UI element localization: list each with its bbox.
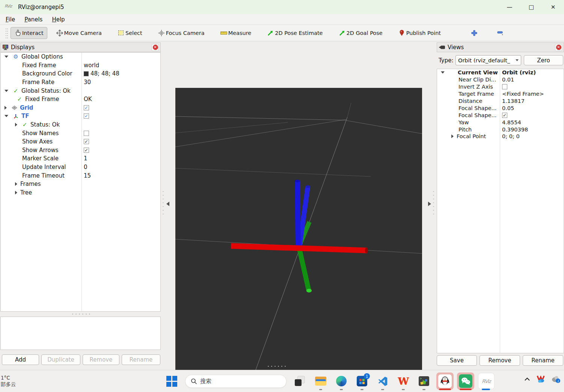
wechat-app-icon[interactable] bbox=[457, 372, 474, 390]
displays-close-button[interactable]: ✕ bbox=[152, 44, 159, 51]
collapse-left-panel-arrow[interactable] bbox=[166, 202, 169, 206]
checkbox[interactable]: ✓ bbox=[84, 113, 89, 119]
displays-row-grid[interactable]: Grid✓ bbox=[1, 104, 160, 112]
views-row-focal-shape-[interactable]: Focal Shape...✓ bbox=[437, 112, 564, 119]
property-value[interactable]: OK bbox=[84, 96, 92, 103]
remove-display-button[interactable]: Remove bbox=[83, 354, 119, 365]
file-explorer-icon[interactable] bbox=[315, 375, 327, 387]
property-value[interactable]: 1.13817 bbox=[502, 98, 525, 104]
wps-office-icon[interactable]: W bbox=[397, 375, 409, 387]
rename-display-button[interactable]: Rename bbox=[122, 354, 160, 365]
right-splitter-dots[interactable] bbox=[433, 190, 434, 216]
property-value[interactable]: 48; 48; 48 bbox=[90, 70, 119, 77]
menu-panels[interactable]: Panels bbox=[21, 15, 46, 24]
terminal-app-icon[interactable]: >_ bbox=[418, 375, 430, 387]
displays-filter-box[interactable] bbox=[0, 317, 161, 350]
displays-row-marker-scale[interactable]: Marker Scale1 bbox=[1, 154, 160, 163]
property-value[interactable]: world bbox=[84, 62, 99, 69]
tool-measure[interactable]: Measure bbox=[217, 27, 255, 39]
expand-collapse-arrow[interactable] bbox=[441, 71, 445, 74]
views-row-target-frame[interactable]: Target Frame<Fixed Frame> bbox=[437, 90, 564, 98]
rename-view-button[interactable]: Rename bbox=[523, 355, 563, 366]
tool-interact[interactable]: Interact bbox=[11, 27, 47, 39]
task-view-icon[interactable] bbox=[294, 375, 306, 387]
displays-row-tree[interactable]: Tree bbox=[1, 188, 160, 197]
displays-row-frame-timeout[interactable]: Frame Timeout15 bbox=[1, 171, 160, 180]
expand-expand-arrow[interactable] bbox=[5, 106, 7, 110]
tray-chevron-up-icon[interactable] bbox=[524, 377, 530, 381]
property-value[interactable]: Orbit (rviz) bbox=[502, 69, 536, 75]
views-row-current-view[interactable]: Current ViewOrbit (rviz) bbox=[437, 69, 564, 76]
rviz-taskbar-icon[interactable]: RViz bbox=[478, 372, 495, 390]
displays-row-status-ok[interactable]: ✓Status: Ok bbox=[1, 121, 160, 129]
expand-expand-arrow[interactable] bbox=[15, 182, 17, 186]
tool-move-camera[interactable]: Move Camera bbox=[53, 27, 106, 39]
expand-collapse-arrow[interactable] bbox=[5, 90, 8, 92]
views-row-distance[interactable]: Distance1.13817 bbox=[437, 98, 564, 105]
collapse-right-panel-arrow[interactable] bbox=[428, 202, 431, 206]
duplicate-display-button[interactable]: Duplicate bbox=[41, 354, 80, 365]
property-value[interactable]: <Fixed Frame> bbox=[502, 91, 544, 97]
wps-cloud-tray-icon[interactable] bbox=[536, 375, 545, 383]
cloud-status-tray-icon[interactable]: i bbox=[551, 375, 561, 383]
add-tool-button[interactable] bbox=[467, 27, 481, 39]
menu-file[interactable]: File bbox=[2, 15, 19, 24]
edge-browser-icon[interactable] bbox=[335, 375, 347, 387]
property-value[interactable]: 0 bbox=[84, 164, 87, 170]
maximize-button[interactable]: □ bbox=[520, 0, 542, 14]
displays-row-show-arrows[interactable]: Show Arrows✓ bbox=[1, 146, 160, 155]
displays-row-tf[interactable]: TF✓ bbox=[1, 112, 160, 121]
displays-row-frame-rate[interactable]: Frame Rate30 bbox=[1, 78, 160, 87]
render-viewport-3d[interactable] bbox=[175, 88, 422, 392]
property-value[interactable]: 0; 0; 0 bbox=[502, 133, 520, 139]
property-value[interactable]: 30 bbox=[84, 79, 91, 86]
displays-row-show-axes[interactable]: Show Axes✓ bbox=[1, 137, 160, 146]
property-value[interactable]: 0.01 bbox=[502, 77, 514, 83]
left-splitter-dots[interactable] bbox=[163, 190, 164, 216]
displays-row-global-status-ok[interactable]: ✓Global Status: Ok bbox=[1, 86, 160, 95]
tool-publish-point[interactable]: Publish Point bbox=[395, 27, 445, 39]
minimize-button[interactable]: — bbox=[499, 0, 520, 14]
vscode-icon[interactable] bbox=[377, 375, 389, 387]
close-button[interactable]: ✕ bbox=[542, 0, 564, 14]
views-row-focal-point[interactable]: Focal Point0; 0; 0 bbox=[437, 133, 564, 140]
views-row-yaw[interactable]: Yaw4.8554 bbox=[437, 119, 564, 126]
start-button[interactable] bbox=[166, 376, 178, 387]
views-close-button[interactable]: ✕ bbox=[555, 44, 562, 51]
checkbox[interactable]: ✓ bbox=[502, 113, 507, 118]
checkbox[interactable] bbox=[502, 84, 507, 89]
property-value[interactable]: 15 bbox=[84, 172, 91, 179]
checkbox[interactable]: ✓ bbox=[84, 148, 89, 153]
displays-row-global-options[interactable]: ⚙Global Options bbox=[1, 53, 160, 61]
remove-tool-button[interactable] bbox=[493, 27, 508, 39]
displays-panel-header[interactable]: Displays ✕ bbox=[0, 42, 161, 52]
views-row-near-clip-di-[interactable]: Near Clip Di...0.01 bbox=[437, 76, 564, 83]
tool-2d-goal-pose[interactable]: 2D Goal Pose bbox=[335, 27, 386, 39]
checkbox[interactable]: ✓ bbox=[84, 105, 89, 110]
toolbar-drag-handle[interactable] bbox=[5, 28, 8, 38]
displays-row-show-names[interactable]: Show Names bbox=[1, 129, 160, 137]
weather-widget[interactable]: 1°C 部多云 bbox=[1, 375, 27, 387]
displays-row-background-color[interactable]: Background Color48; 48; 48 bbox=[1, 69, 160, 78]
microsoft-store-icon[interactable]: 1 bbox=[356, 375, 368, 387]
views-row-focal-shape-[interactable]: Focal Shape...0.05 bbox=[437, 104, 564, 112]
property-value[interactable]: 4.8554 bbox=[502, 119, 521, 125]
property-value[interactable]: 0.390398 bbox=[502, 127, 528, 133]
expand-expand-arrow[interactable] bbox=[15, 123, 17, 127]
expand-collapse-arrow[interactable] bbox=[5, 115, 8, 117]
tool-select[interactable]: Select bbox=[114, 27, 146, 39]
tool-focus-camera[interactable]: Focus Camera bbox=[154, 27, 208, 39]
views-panel-header[interactable]: Views ✕ bbox=[437, 42, 564, 52]
zero-view-button[interactable]: Zero bbox=[524, 55, 563, 65]
expand-collapse-arrow[interactable] bbox=[5, 56, 8, 58]
displays-row-frames[interactable]: Frames bbox=[1, 180, 160, 188]
tool-2d-pose-estimate[interactable]: 2D Pose Estimate bbox=[263, 27, 326, 39]
views-row-pitch[interactable]: Pitch0.390398 bbox=[437, 126, 564, 133]
checkbox[interactable] bbox=[84, 131, 89, 136]
property-value[interactable]: 0.05 bbox=[502, 105, 514, 111]
qq-app-icon[interactable] bbox=[436, 372, 454, 390]
displays-splitter-handle[interactable] bbox=[71, 314, 91, 315]
checkbox[interactable]: ✓ bbox=[84, 139, 89, 144]
search-box[interactable]: 搜索 bbox=[185, 375, 287, 388]
expand-expand-arrow[interactable] bbox=[451, 134, 454, 138]
